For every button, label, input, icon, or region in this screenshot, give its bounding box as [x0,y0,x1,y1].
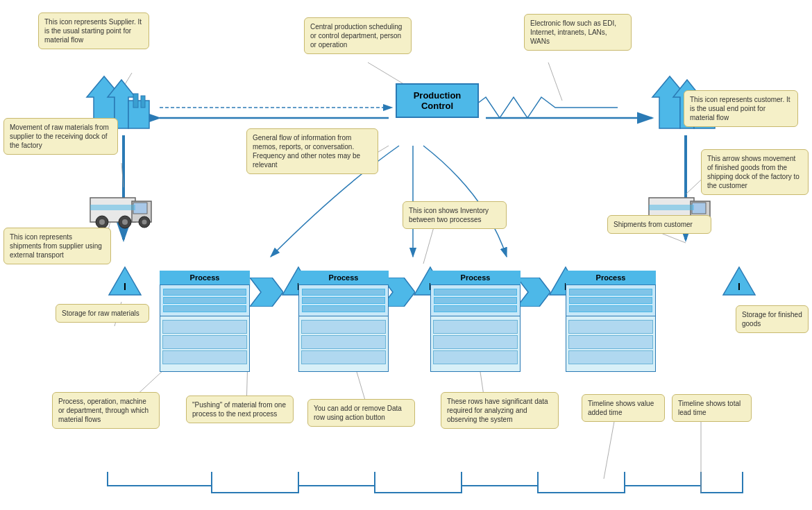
callout-data-row: You can add or remove Data row using act… [307,399,415,427]
callout-customer: This icon represents customer. It is the… [684,90,798,127]
production-control-label: Production Control [414,90,462,111]
supplier-truck [87,187,156,234]
callout-raw-storage: Storage for raw materials [56,304,149,323]
push-arrow-3 [517,278,550,308]
svg-point-39 [99,219,105,225]
callout-timeline-value: Timeline shows value added time [582,394,665,422]
callout-info-flow: General flow of information from memos, … [246,128,378,174]
svg-rect-28 [133,94,138,108]
svg-rect-29 [141,96,145,108]
process-box-4: Process [566,271,656,372]
svg-rect-54 [649,205,694,210]
callout-shipments-customer: Shipments from customer [607,215,711,234]
inventory-triangle-4: I [722,264,756,300]
svg-rect-44 [90,205,135,210]
svg-line-9 [548,62,562,101]
inventory-triangle-0: I [108,264,142,300]
diagram-container: Production Control [0,0,812,510]
callout-prod-control: Central production scheduling or control… [304,17,412,54]
svg-line-11 [121,163,124,187]
process-label-1: Process [160,271,250,285]
process-box-2: Process [298,271,389,372]
push-arrow-1 [250,278,283,308]
callout-timeline-lead: Timeline shows total lead time [672,394,752,422]
svg-text:I: I [738,281,741,292]
svg-line-8 [368,62,403,83]
callout-electronic-flow: Electronic flow such as EDI, Internet, i… [524,14,632,51]
process-label-3: Process [430,271,521,285]
callout-data-significance: These rows have significant data require… [441,392,559,429]
process-box-3: Process [430,271,521,372]
callout-supplier-transport: This icon represents shipments from supp… [3,228,111,264]
svg-line-21 [659,232,686,243]
svg-point-43 [142,220,147,225]
svg-marker-65 [250,278,283,307]
callout-inventory: This icon shows Inventory between two pr… [403,201,507,229]
process-label-2: Process [298,271,389,285]
callout-raw-movement: Movement of raw materials from supplier … [3,118,118,155]
production-control-box: Production Control [396,83,479,118]
callout-supplier: This icon represents Supplier. It is the… [38,12,149,49]
svg-rect-27 [128,101,149,128]
callout-finished-storage: Storage for finished goods [736,305,809,333]
svg-point-41 [122,219,128,225]
svg-text:I: I [124,281,126,292]
callout-process-op: Process, operation, machine or departmen… [52,392,160,429]
process-label-4: Process [566,271,656,285]
process-box-1: Process [160,271,250,372]
callout-push: "Pushing" of material from one process t… [186,396,294,423]
svg-marker-67 [517,278,550,307]
callout-finished-goods-arrow: This arrow shows movement of finished go… [701,149,809,195]
